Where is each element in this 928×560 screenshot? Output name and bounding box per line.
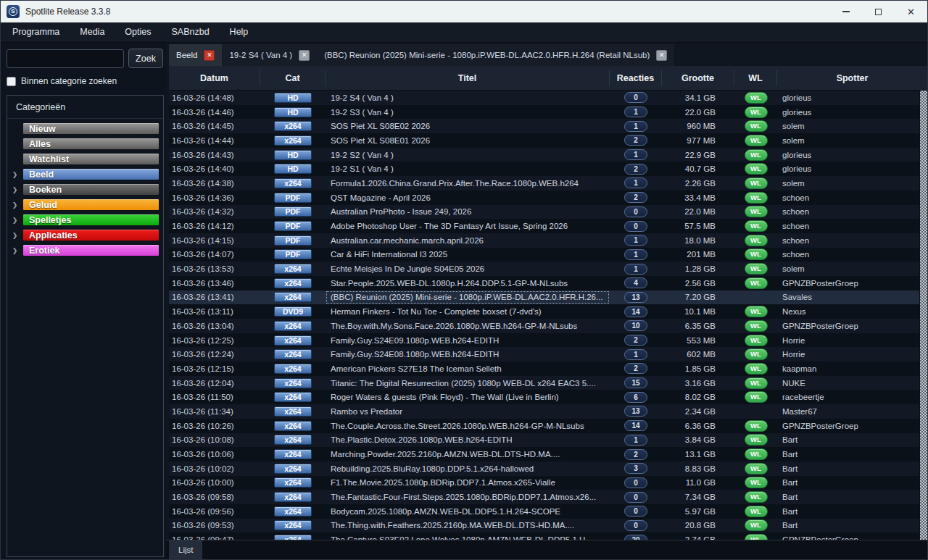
table-row[interactable]: 16-03-26 (12:25)x264Family.Guy.S24E09.10… <box>169 333 919 348</box>
watchlist-badge[interactable]: WL <box>745 320 768 332</box>
table-row[interactable]: 16-03-26 (14:45)x264SOS Piet XL S08E02 2… <box>169 119 919 133</box>
category-applicaties[interactable]: Applicaties <box>22 229 160 241</box>
tab-lijst[interactable]: Lijst <box>169 540 202 559</box>
table-row[interactable]: 16-03-26 (09:47)x264The.Capture.S03E02.L… <box>169 532 919 540</box>
watchlist-badge[interactable]: WL <box>745 491 768 503</box>
column-header-titel[interactable]: Titel <box>326 70 610 86</box>
table-row[interactable]: 16-03-26 (14:32)PDFAustralian ProPhoto -… <box>169 205 919 220</box>
category-spelletjes[interactable]: Spelletjes <box>22 214 160 226</box>
expand-arrow-icon[interactable]: ❯ <box>7 232 22 239</box>
watchlist-badge[interactable]: WL <box>745 534 768 540</box>
search-in-category-checkbox[interactable] <box>7 77 16 86</box>
table-row[interactable]: 16-03-26 (14:38)x264Formula1.2026.China.… <box>169 176 919 191</box>
table-row[interactable]: 16-03-26 (12:24)x264Family.Guy.S24E08.10… <box>169 347 919 362</box>
watchlist-badge[interactable]: WL <box>745 149 768 161</box>
watchlist-badge[interactable]: WL <box>745 463 768 475</box>
table-row[interactable]: 16-03-26 (14:15)PDFAustralian.car.mechan… <box>169 233 919 248</box>
table-row[interactable]: 16-03-26 (13:46)x264Star.People.2025.WEB… <box>169 276 919 291</box>
column-header-reacties[interactable]: Reacties <box>610 70 662 86</box>
menu-item-help[interactable]: Help <box>222 22 257 42</box>
table-row[interactable]: 16-03-26 (13:11)DVD9Herman Finkers - Tot… <box>169 304 919 319</box>
expand-arrow-icon[interactable]: ❯ <box>7 186 22 193</box>
watchlist-badge[interactable]: WL <box>745 477 768 488</box>
watchlist-badge[interactable]: WL <box>745 220 768 232</box>
watchlist-badge[interactable]: WL <box>745 248 768 260</box>
watchlist-badge[interactable]: WL <box>745 391 768 403</box>
close-button[interactable]: ✕ <box>895 1 927 22</box>
watchlist-badge[interactable]: WL <box>745 163 768 175</box>
category-nieuw[interactable]: Nieuw <box>22 122 160 135</box>
watchlist-badge[interactable]: WL <box>745 120 768 132</box>
menu-item-media[interactable]: Media <box>72 22 112 42</box>
search-button[interactable]: Zoek <box>128 49 163 68</box>
table-row[interactable]: 16-03-26 (14:48)HD19-2 S4 ( Van 4 )034.1… <box>169 91 919 105</box>
column-header-cat[interactable]: Cat <box>260 70 326 86</box>
watchlist-badge[interactable]: WL <box>745 420 768 432</box>
category-geluid[interactable]: Geluid <box>22 198 160 211</box>
category-beeld[interactable]: Beeld <box>22 168 160 180</box>
expand-arrow-icon[interactable]: ❯ <box>7 247 22 254</box>
watchlist-badge[interactable]: WL <box>745 434 768 446</box>
search-input[interactable] <box>7 49 124 68</box>
watchlist-badge[interactable]: WL <box>745 177 768 189</box>
table-row[interactable]: 16-03-26 (09:58)x264The.Fantastic.Four-F… <box>169 490 919 504</box>
expand-arrow-icon[interactable]: ❯ <box>7 201 22 209</box>
table-row[interactable]: 16-03-26 (12:15)x264American Pickers S27… <box>169 362 919 376</box>
table-row[interactable]: 16-03-26 (10:08)x264The.Plastic.Detox.20… <box>169 433 919 448</box>
category-boeken[interactable]: Boeken <box>22 183 160 196</box>
table-row[interactable]: 16-03-26 (10:00)x264F1.The.Movie.2025.10… <box>169 476 919 490</box>
menu-item-programma[interactable]: Programma <box>4 22 67 42</box>
watchlist-badge[interactable]: WL <box>745 306 768 317</box>
table-row[interactable]: 16-03-26 (13:41)x264(BBC) Reunion (2025)… <box>169 291 919 305</box>
watchlist-badge[interactable]: WL <box>745 506 768 517</box>
expand-arrow-icon[interactable]: ❯ <box>7 171 22 178</box>
table-row[interactable]: 16-03-26 (09:53)x264The.Thing.with.Feath… <box>169 519 919 533</box>
column-header-spotter[interactable]: Spotter <box>777 70 927 86</box>
watchlist-badge[interactable]: WL <box>745 277 768 289</box>
table-row[interactable]: 16-03-26 (14:07)PDFCar & HiFi Internatio… <box>169 248 919 262</box>
menu-item-opties[interactable]: Opties <box>117 22 159 42</box>
watchlist-badge[interactable]: WL <box>745 106 768 118</box>
column-header-datum[interactable]: Datum <box>169 70 260 86</box>
close-icon[interactable]: ✕ <box>299 50 310 61</box>
watchlist-badge[interactable]: WL <box>745 377 768 389</box>
table-row[interactable]: 16-03-26 (13:53)x264Echte Meisjes In De … <box>169 262 919 276</box>
expand-arrow-icon[interactable]: ❯ <box>7 217 22 224</box>
watchlist-badge[interactable]: WL <box>745 192 768 204</box>
category-erotiek[interactable]: Erotiek <box>22 244 160 256</box>
watchlist-badge[interactable]: WL <box>745 519 768 531</box>
table-row[interactable]: 16-03-26 (10:26)x264The.Couple.Across.th… <box>169 419 919 433</box>
close-icon[interactable]: ✕ <box>656 50 667 61</box>
tab-19-2-s4-van-4[interactable]: 19-2 S4 ( Van 4 )✕ <box>222 44 317 66</box>
table-row[interactable]: 16-03-26 (14:43)HD19-2 S2 ( Van 4 )122.9… <box>169 148 919 162</box>
watchlist-badge[interactable]: WL <box>745 448 768 460</box>
table-row[interactable]: 16-03-26 (11:50)x264Roger Waters & guest… <box>169 390 919 404</box>
watchlist-badge[interactable]: WL <box>745 235 768 246</box>
table-row[interactable]: 16-03-26 (10:06)x264Marching.Powder.2025… <box>169 447 919 461</box>
watchlist-badge[interactable]: WL <box>745 263 768 275</box>
vertical-scrollbar[interactable] <box>919 91 927 540</box>
watchlist-badge[interactable]: WL <box>745 335 768 346</box>
table-row[interactable]: 16-03-26 (14:12)PDFAdobe Photoshop User … <box>169 219 919 233</box>
watchlist-badge[interactable]: WL <box>745 135 768 146</box>
table-row[interactable]: 16-03-26 (12:04)x264Titanic: The Digital… <box>169 376 919 390</box>
watchlist-badge[interactable]: WL <box>745 92 768 104</box>
maximize-button[interactable] <box>862 1 895 22</box>
category-alles[interactable]: Alles <box>22 138 160 150</box>
table-row[interactable]: 16-03-26 (09:56)x264Bodycam.2025.1080p.A… <box>169 504 919 519</box>
table-row[interactable]: 16-03-26 (14:36)PDFQST Magazine - April … <box>169 191 919 205</box>
column-header-wl[interactable]: WL <box>734 70 777 86</box>
table-row[interactable]: 16-03-26 (14:40)HD19-2 S1 ( Van 4 )240.7… <box>169 162 919 176</box>
watchlist-badge[interactable]: WL <box>745 348 768 360</box>
tab-beeld[interactable]: Beeld✕ <box>169 44 222 66</box>
close-icon[interactable]: ✕ <box>204 50 215 61</box>
column-header-grootte[interactable]: Grootte <box>662 70 734 86</box>
table-row[interactable]: 16-03-26 (13:04)x264The.Boy.with.My.Sons… <box>169 319 919 333</box>
table-row[interactable]: 16-03-26 (14:44)x264SOS Piet XL S08E01 2… <box>169 133 919 148</box>
watchlist-badge[interactable]: WL <box>745 206 768 217</box>
minimize-button[interactable] <box>829 1 862 22</box>
category-watchlist[interactable]: Watchlist <box>22 153 160 165</box>
table-row[interactable]: 16-03-26 (11:34)x264Rambo vs Predator132… <box>169 404 919 419</box>
tab-bbc-reunion-2025-mini-serie-1080p-ip-web[interactable]: (BBC) Reunion (2025) Mini-serie - 1080p.… <box>317 44 674 66</box>
table-row[interactable]: 16-03-26 (14:46)HD19-2 S3 ( Van 4 )122.0… <box>169 105 919 120</box>
